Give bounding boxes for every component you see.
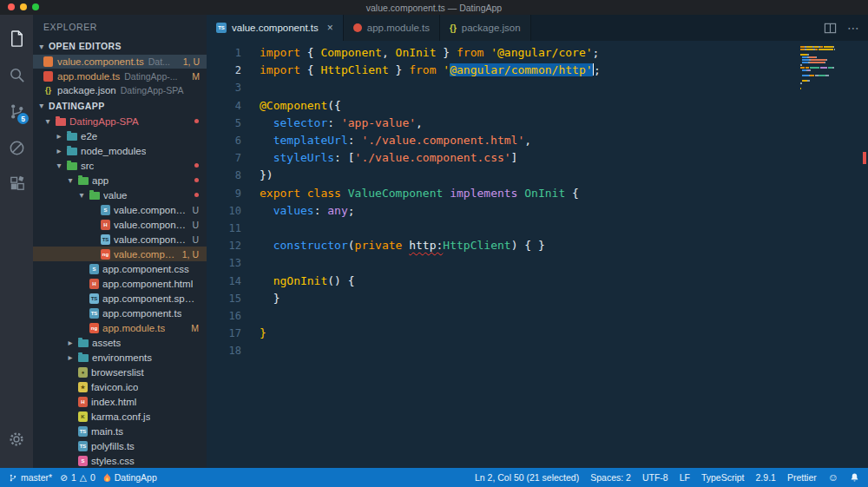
project-indicator[interactable]: DatingApp [103,472,157,483]
source-control-icon[interactable]: 5 [0,93,33,129]
explorer-icon[interactable] [0,20,33,56]
code-token: ; [593,46,600,59]
code-editor[interactable]: 1import { Component, OnInit } from '@ang… [207,41,868,468]
tree-folder-datingapp-spa[interactable]: ▾DatingApp-SPA [33,114,207,128]
chevron-down-icon[interactable]: ▾ [55,161,63,170]
tree-file-value-component[interactable]: TSvalue.component....U [33,232,207,247]
open-editor-value-component-ts[interactable]: value.component.ts Dat... 1, U [33,55,207,69]
code-token: any [327,204,347,217]
code-line-4[interactable]: 4@Component({ [207,97,868,115]
git-branch-indicator[interactable]: master* [9,472,52,483]
extensions-icon[interactable] [0,166,33,202]
tree-file-app-component-css[interactable]: Sapp.component.css [33,261,207,276]
debug-icon[interactable] [0,129,33,166]
search-icon[interactable] [0,56,33,93]
tree-folder-e2e[interactable]: ▸e2e [33,128,207,143]
tree-file-polyfills-ts[interactable]: TSpolyfills.ts [33,438,207,453]
line-number: 4 [207,97,260,115]
tree-file-karma-conf-js[interactable]: Kkarma.conf.js [33,409,207,424]
tree-file-value-component[interactable]: Hvalue.component....U [33,217,207,232]
code-line-18[interactable]: 18 [207,342,868,359]
code-line-15[interactable]: 15 } [207,290,868,307]
chevron-down-icon[interactable]: ▾ [43,116,52,126]
minimize-window-icon[interactable] [20,3,27,10]
close-icon[interactable]: × [327,22,333,34]
tree-folder-value[interactable]: ▾value [33,188,207,202]
settings-gear-icon[interactable] [0,421,33,457]
tree-file-app-component-spec-ts[interactable]: TSapp.component.spec.ts [33,291,207,306]
cursor-position[interactable]: Ln 2, Col 50 (21 selected) [475,472,579,483]
chevron-down-icon[interactable]: ▾ [66,175,75,185]
tree-file-favicon-ico[interactable]: ★favicon.ico [33,379,207,394]
tree-folder-src[interactable]: ▾src [33,158,207,173]
formatter-indicator[interactable]: Prettier [787,472,817,483]
maximize-window-icon[interactable] [32,3,39,10]
code-line-11[interactable]: 11 [207,220,868,237]
code-token: OnInit [524,187,565,200]
line-number: 14 [207,273,260,290]
typescript-version[interactable]: 2.9.1 [756,472,776,483]
code-line-1[interactable]: 1import { Component, OnInit } from '@ang… [207,44,868,62]
code-line-8[interactable]: 8}) [207,167,868,184]
code-line-16[interactable]: 16 [207,307,868,325]
tab-app-module-ts[interactable]: app.module.ts [344,15,440,41]
code-line-7[interactable]: 7 styleUrls: ['./value.component.css'] [207,149,868,167]
tree-item-label: value [103,190,128,201]
code-token: } [389,63,409,76]
tree-item-label: environments [92,352,152,363]
feedback-smiley-icon[interactable]: ☺ [828,471,838,484]
tab-label: app.module.ts [367,23,430,33]
code-line-17[interactable]: 17} [207,325,868,342]
minimap[interactable] [800,46,854,93]
eol-setting[interactable]: LF [680,472,690,483]
file-icon: ng [101,249,110,260]
open-editor-package-json[interactable]: {} package.json DatingApp-SPA [33,83,207,98]
indentation-setting[interactable]: Spaces: 2 [590,472,631,483]
chevron-right-icon[interactable]: ▸ [66,338,75,347]
language-mode[interactable]: TypeScript [701,472,745,483]
minimap-line [800,46,854,48]
tree-file-browserslist[interactable]: ●browserslist [33,365,207,379]
minimap-token [811,59,826,61]
code-token: ngOnInit [273,274,328,287]
code-line-14[interactable]: 14 ngOnInit() { [207,273,868,290]
tree-folder-environments[interactable]: ▸environments [33,350,207,365]
tab-value-component-ts[interactable]: TS value.component.ts × [207,15,344,41]
folder-section-header[interactable]: ▾ DATINGAPP [33,97,207,114]
code-line-10[interactable]: 10 values: any; [207,202,868,220]
split-editor-icon[interactable] [824,22,837,35]
tree-folder-app[interactable]: ▾app [33,173,207,188]
tree-file-value-component[interactable]: Svalue.component....U [33,202,207,217]
tree-file-value-componen[interactable]: ngvalue.componen...1, U [33,247,207,261]
code-line-13[interactable]: 13 [207,254,868,272]
chevron-down-icon[interactable]: ▾ [77,190,86,200]
encoding-setting[interactable]: UTF-8 [642,472,668,483]
code-line-12[interactable]: 12 constructor(private http:HttpClient) … [207,237,868,254]
code-token [260,134,273,147]
open-editors-header[interactable]: ▾ OPEN EDITORS [33,38,207,55]
tree-file-app-module-ts[interactable]: ngapp.module.tsM [33,320,207,335]
chevron-right-icon[interactable]: ▸ [55,131,63,141]
tree-file-app-component-html[interactable]: Happ.component.html [33,276,207,291]
tree-file-main-ts[interactable]: TSmain.ts [33,424,207,438]
tree-file-app-component-ts[interactable]: TSapp.component.ts [33,306,207,320]
code-line-2[interactable]: 2import { HttpClient } from '@angular/co… [207,62,868,79]
tree-file-styles-css[interactable]: Sstyles.css [33,453,207,468]
notifications-bell-icon[interactable] [850,472,859,483]
tree-file-index-html[interactable]: Hindex.html [33,394,207,409]
code-line-6[interactable]: 6 templateUrl: './value.component.html', [207,132,868,149]
problems-indicator[interactable]: ⊘ 1 △ 0 [60,472,95,483]
open-editor-app-module-ts[interactable]: app.module.ts DatingApp-... M [33,69,207,83]
tree-folder-assets[interactable]: ▸assets [33,335,207,350]
tree-folder-node-modules[interactable]: ▸node_modules [33,143,207,158]
chevron-right-icon[interactable]: ▸ [66,352,75,362]
tab-label: package.json [462,23,521,33]
tab-package-json[interactable]: {} package.json [440,15,531,41]
more-actions-icon[interactable]: ⋯ [847,21,859,35]
line-number: 9 [207,185,260,202]
code-line-5[interactable]: 5 selector: 'app-value', [207,115,868,132]
chevron-right-icon[interactable]: ▸ [55,146,63,155]
code-line-9[interactable]: 9export class ValueComponent implements … [207,185,868,202]
close-window-icon[interactable] [8,3,15,10]
code-line-3[interactable]: 3 [207,79,868,96]
